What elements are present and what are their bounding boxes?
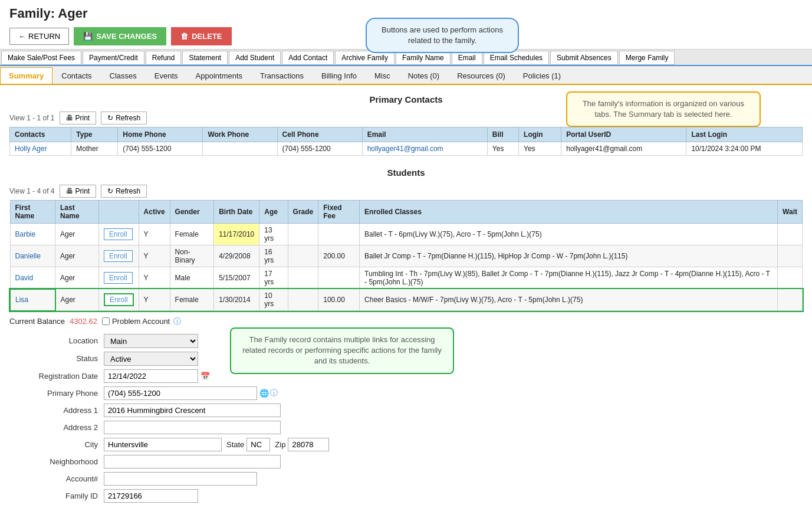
student-lisa-enroll[interactable]: Enroll (104, 293, 134, 306)
registration-date-label: Registration Date (9, 372, 104, 381)
student-barbie-fixedfee (318, 224, 360, 245)
tab-events[interactable]: Events (146, 67, 187, 84)
help-icon-phone[interactable]: ⓘ (270, 388, 278, 398)
student-barbie-enroll[interactable]: Enroll (104, 228, 133, 240)
address2-row: Address 2 (9, 421, 803, 434)
contact-cell-phone: (704) 555-1200 (277, 142, 362, 156)
return-button[interactable]: ← RETURN (9, 28, 69, 45)
action-tab-refund[interactable]: Refund (146, 51, 182, 65)
student-david-link[interactable]: David (15, 274, 34, 282)
balance-value: 4302.62 (70, 317, 97, 326)
address2-label: Address 2 (9, 423, 104, 432)
student-danielle-gender: Non-Binary (170, 245, 214, 267)
students-view-label: View 1 - 4 of 4 (9, 187, 55, 195)
address1-row: Address 1 (9, 404, 803, 417)
neighborhood-row: Neighborhood (9, 455, 803, 468)
student-david-enroll[interactable]: Enroll (104, 272, 133, 284)
action-tab-submit-absences[interactable]: Submit Absences (550, 51, 618, 65)
zip-label: Zip (275, 440, 285, 449)
globe-icon[interactable]: 🌐 (259, 389, 269, 398)
action-tab-payment[interactable]: Payment/Credit (83, 51, 144, 65)
family-id-label: Family ID (9, 491, 104, 500)
student-danielle-enroll[interactable]: Enroll (104, 250, 133, 262)
student-barbie-lastname: Ager (55, 224, 99, 245)
action-tab-add-student[interactable]: Add Student (229, 51, 281, 65)
col-gender: Gender (170, 201, 214, 224)
problem-account-checkbox[interactable] (102, 317, 110, 325)
student-lisa-link[interactable]: Lisa (15, 296, 28, 304)
tab-classes[interactable]: Classes (101, 67, 146, 84)
contact-email-link[interactable]: hollyager41@gmail.com (367, 145, 443, 153)
col-cell-phone: Cell Phone (277, 127, 362, 142)
status-select[interactable]: Active Inactive (104, 352, 198, 366)
student-lisa-wait (778, 289, 803, 311)
city-label: City (9, 440, 104, 449)
student-david-classes: Tumbling Int - Th - 7pm(Livy W.)(85), Ba… (360, 267, 778, 289)
student-danielle-lastname: Ager (55, 245, 99, 267)
col-enroll-header (98, 201, 139, 224)
tab-resources[interactable]: Resources (0) (448, 67, 514, 84)
zip-input[interactable] (288, 438, 329, 451)
contact-name-link[interactable]: Holly Ager (15, 145, 47, 153)
main-content: Primary Contacts View 1 - 1 of 1 🖶 Print… (0, 85, 812, 508)
col-first-name: First Name (10, 201, 55, 224)
location-select[interactable]: Main (104, 334, 198, 348)
students-refresh-button[interactable]: ↻ Refresh (101, 185, 147, 198)
help-icon[interactable]: ⓘ (173, 316, 181, 327)
address1-input[interactable] (104, 404, 281, 417)
col-bill: Bill (487, 127, 518, 142)
action-tab-add-contact[interactable]: Add Contact (282, 51, 334, 65)
state-input[interactable] (246, 438, 270, 451)
student-david-grade (288, 267, 318, 289)
col-last-name: Last Name (55, 201, 99, 224)
col-enrolled-classes: Enrolled Classes (360, 201, 778, 224)
city-input[interactable] (104, 438, 222, 451)
neighborhood-input[interactable] (104, 455, 281, 468)
account-row: Account# (9, 472, 803, 486)
tab-summary[interactable]: Summary (0, 67, 52, 84)
balance-row: Current Balance 4302.62 Problem Account … (9, 316, 803, 327)
contacts-view-label: View 1 - 1 of 1 (9, 114, 55, 122)
student-barbie-link[interactable]: Barbie (15, 230, 36, 238)
action-tab-merge-family[interactable]: Merge Family (619, 51, 675, 65)
status-label: Status (9, 354, 104, 363)
student-danielle-wait (778, 245, 803, 267)
contacts-refresh-button[interactable]: ↻ Refresh (101, 112, 147, 124)
col-birth-date: Birth Date (214, 201, 259, 224)
primary-phone-label: Primary Phone (9, 389, 104, 398)
address2-input[interactable] (104, 421, 281, 434)
tab-contacts[interactable]: Contacts (52, 67, 100, 84)
contact-login: Yes (519, 142, 561, 156)
student-barbie-active: Y (139, 224, 170, 245)
calendar-icon[interactable]: 📅 (200, 372, 210, 381)
save-button[interactable]: 💾 SAVE CHANGES (74, 27, 166, 45)
tab-notes[interactable]: Notes (0) (399, 67, 448, 84)
account-input[interactable] (104, 472, 257, 486)
contact-last-login: 10/1/2024 3:24:00 PM (686, 142, 803, 156)
tab-misc[interactable]: Misc (366, 67, 399, 84)
students-table-controls: View 1 - 4 of 4 🖶 Print ↻ Refresh (9, 185, 803, 198)
state-label: State (226, 440, 244, 449)
student-barbie-classes: Ballet - T - 6pm(Livy W.)(75), Acro - T … (360, 224, 778, 245)
student-danielle-link[interactable]: Danielle (15, 252, 41, 260)
tab-appointments[interactable]: Appointments (187, 67, 252, 84)
print-icon-2: 🖶 (66, 187, 73, 195)
tab-transactions[interactable]: Transactions (251, 67, 313, 84)
action-tab-statement[interactable]: Statement (182, 51, 228, 65)
tab-policies[interactable]: Policies (1) (514, 67, 570, 84)
tab-billing-info[interactable]: Billing Info (313, 67, 366, 84)
student-lisa-lastname: Ager (55, 289, 99, 311)
primary-phone-input[interactable] (104, 386, 257, 400)
family-id-input[interactable] (104, 489, 198, 503)
student-david-birthdate: 5/15/2007 (214, 267, 259, 289)
contacts-print-button[interactable]: 🖶 Print (60, 112, 97, 124)
student-danielle-fixedfee: 200.00 (318, 245, 360, 267)
students-print-button[interactable]: 🖶 Print (60, 185, 97, 198)
student-david-lastname: Ager (55, 267, 99, 289)
account-label: Account# (9, 474, 104, 483)
col-portal-userid: Portal UserID (561, 127, 686, 142)
col-wait: Wait (778, 201, 803, 224)
delete-button[interactable]: 🗑 DELETE (171, 27, 231, 45)
registration-date-input[interactable] (104, 369, 198, 383)
action-tab-make-sale[interactable]: Make Sale/Post Fees (1, 51, 81, 65)
